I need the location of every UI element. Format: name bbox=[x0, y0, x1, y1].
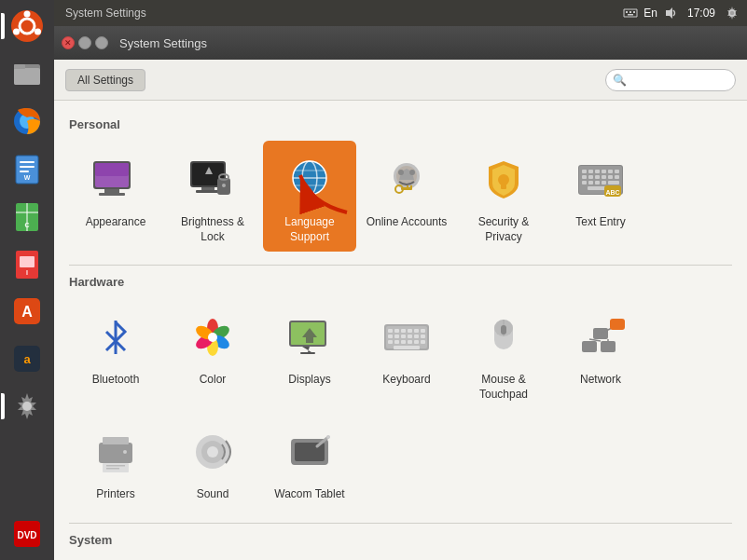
svg-rect-126 bbox=[582, 341, 597, 352]
svg-rect-76 bbox=[602, 175, 606, 179]
settings-item-mouse-touchpad[interactable]: Mouse & Touchpad bbox=[457, 298, 550, 409]
launcher-item-amazon[interactable]: a bbox=[5, 336, 49, 381]
settings-item-brightness-lock[interactable]: Brightness & Lock bbox=[166, 141, 259, 252]
settings-item-user-accounts[interactable]: User Accounts bbox=[554, 556, 647, 560]
svg-rect-41 bbox=[99, 193, 125, 196]
svg-text:a: a bbox=[23, 352, 31, 366]
language-support-icon bbox=[280, 150, 339, 210]
taskbar: System Settings En 17:09 bbox=[54, 0, 747, 26]
settings-item-color[interactable]: Color bbox=[166, 298, 259, 409]
launcher-item-impress[interactable]: I bbox=[5, 241, 49, 286]
svg-rect-33 bbox=[633, 11, 635, 13]
svg-rect-132 bbox=[99, 443, 132, 463]
svg-marker-96 bbox=[302, 347, 311, 352]
security-privacy-icon bbox=[474, 150, 533, 210]
volume-icon[interactable] bbox=[663, 6, 678, 20]
svg-rect-71 bbox=[608, 170, 613, 173]
svg-rect-14 bbox=[20, 171, 29, 172]
color-icon bbox=[183, 307, 242, 367]
svg-rect-103 bbox=[401, 329, 406, 333]
svg-rect-72 bbox=[615, 170, 619, 173]
svg-rect-78 bbox=[615, 175, 619, 179]
svg-rect-116 bbox=[408, 340, 412, 344]
all-settings-button[interactable]: All Settings bbox=[65, 69, 145, 91]
appearance-icon bbox=[86, 150, 145, 210]
svg-rect-34 bbox=[628, 14, 633, 16]
settings-item-text-entry[interactable]: ABC Text Entry bbox=[554, 141, 647, 252]
printers-icon bbox=[86, 422, 145, 482]
keyboard-layout[interactable]: En bbox=[643, 7, 657, 20]
settings-item-network[interactable]: Network bbox=[554, 298, 647, 409]
launcher-item-files[interactable] bbox=[5, 51, 49, 96]
svg-rect-74 bbox=[588, 175, 593, 179]
taskbar-title: System Settings bbox=[65, 7, 146, 20]
svg-rect-119 bbox=[394, 346, 420, 349]
svg-rect-82 bbox=[602, 181, 606, 184]
svg-point-4 bbox=[13, 29, 20, 35]
bluetooth-label: Bluetooth bbox=[92, 373, 140, 388]
minimize-button[interactable] bbox=[78, 36, 91, 49]
keyboard-icon bbox=[623, 6, 638, 20]
svg-line-130 bbox=[589, 339, 601, 341]
svg-rect-110 bbox=[408, 335, 412, 338]
settings-item-software-updates[interactable]: 🌐 Software & Updates bbox=[263, 556, 356, 560]
settings-window: ✕ System Settings All Settings 🔍 Persona… bbox=[54, 26, 747, 560]
color-label: Color bbox=[200, 373, 227, 388]
svg-rect-131 bbox=[610, 319, 625, 330]
launcher-item-settings[interactable] bbox=[5, 384, 49, 429]
divider-system bbox=[69, 523, 732, 524]
launcher-item-media[interactable]: DVD bbox=[5, 512, 49, 556]
clock: 17:09 bbox=[687, 7, 715, 20]
svg-rect-102 bbox=[394, 329, 399, 333]
settings-item-bluetooth[interactable]: Bluetooth bbox=[69, 298, 162, 409]
text-entry-icon: ABC bbox=[571, 150, 630, 210]
settings-item-appearance[interactable]: Appearance bbox=[69, 141, 162, 252]
section-label-hardware: Hardware bbox=[69, 275, 732, 289]
settings-item-displays[interactable]: Displays bbox=[263, 298, 356, 409]
svg-rect-69 bbox=[595, 170, 600, 173]
launcher-item-firefox[interactable] bbox=[5, 99, 49, 143]
settings-item-sound[interactable]: Sound bbox=[166, 413, 259, 510]
svg-rect-133 bbox=[103, 437, 129, 444]
svg-point-2 bbox=[24, 11, 31, 18]
launcher-item-writer[interactable]: W bbox=[5, 146, 49, 191]
maximize-button[interactable] bbox=[95, 36, 108, 49]
settings-item-printers[interactable]: Printers bbox=[69, 413, 162, 510]
svg-point-3 bbox=[35, 29, 41, 35]
launcher-item-calc[interactable]: C bbox=[5, 194, 49, 239]
svg-rect-101 bbox=[388, 329, 393, 333]
section-label-personal: Personal bbox=[69, 117, 732, 131]
svg-rect-7 bbox=[14, 64, 25, 69]
settings-item-online-accounts[interactable]: Online Accounts bbox=[360, 141, 453, 252]
svg-rect-124 bbox=[601, 341, 616, 352]
close-button[interactable]: ✕ bbox=[62, 36, 75, 49]
settings-item-backups[interactable]: Backups bbox=[69, 556, 162, 560]
section-label-system: System bbox=[69, 533, 732, 547]
svg-rect-97 bbox=[300, 352, 315, 354]
search-box: 🔍 bbox=[605, 69, 736, 91]
settings-item-language-support[interactable]: Language Support bbox=[263, 141, 356, 252]
svg-point-140 bbox=[207, 446, 218, 458]
svg-rect-6 bbox=[14, 68, 40, 85]
taskbar-settings-icon[interactable] bbox=[725, 6, 740, 20]
settings-item-details[interactable]: Details bbox=[166, 556, 259, 560]
unity-launcher: W C I A bbox=[0, 0, 54, 560]
appearance-label: Appearance bbox=[86, 215, 146, 230]
settings-item-security-privacy[interactable]: Security & Privacy bbox=[457, 141, 550, 252]
svg-rect-108 bbox=[394, 335, 399, 338]
keyboard-settings-icon bbox=[377, 307, 436, 367]
settings-item-time-date[interactable]: Time & Date bbox=[360, 556, 453, 560]
wacom-tablet-icon bbox=[280, 422, 339, 482]
launcher-item-ubuntu[interactable] bbox=[5, 4, 49, 48]
window-title: System Settings bbox=[119, 36, 207, 50]
svg-rect-12 bbox=[20, 161, 35, 163]
svg-rect-135 bbox=[106, 465, 125, 467]
svg-rect-39 bbox=[95, 163, 129, 176]
settings-item-universal-access[interactable]: Universal Access bbox=[457, 556, 550, 560]
network-label: Network bbox=[580, 373, 621, 388]
launcher-item-software[interactable]: A bbox=[5, 289, 49, 334]
language-support-label: Language Support bbox=[269, 215, 351, 244]
sound-label: Sound bbox=[197, 487, 229, 502]
settings-item-keyboard[interactable]: Keyboard bbox=[360, 298, 453, 409]
settings-item-wacom-tablet[interactable]: Wacom Tablet bbox=[263, 413, 356, 510]
